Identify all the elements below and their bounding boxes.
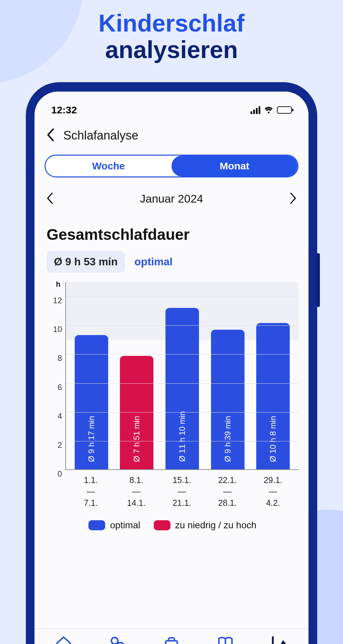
tools-icon: [162, 635, 181, 644]
y-tick: 2: [58, 440, 62, 450]
bottom-tab-bar: Home Routine Tools Wissen: [35, 629, 308, 644]
next-month-icon[interactable]: [290, 193, 296, 205]
hero-title: Kinderschlaf analysieren: [0, 0, 343, 63]
bar-label: Ø 9 h 39 min: [223, 409, 232, 469]
home-icon: [54, 635, 73, 644]
wissen-icon: [216, 635, 235, 644]
tab-home[interactable]: Home: [39, 635, 89, 644]
legend-optimal: optimal: [88, 520, 140, 531]
x-axis-labels: 1.1.—7.1.8.1.—14.1.15.1.—21.1.22.1.—28.1…: [47, 470, 298, 508]
tab-tools[interactable]: Tools: [146, 635, 197, 644]
gridline: [66, 412, 298, 413]
back-icon[interactable]: [47, 128, 55, 143]
chart-container: h 024681012 Ø 9 h 17 minØ 7 h 51 minØ 11…: [35, 282, 308, 537]
bar-label: Ø 7 h 51 min: [132, 409, 141, 469]
chart-bar[interactable]: Ø 11 h 10 min: [165, 308, 199, 469]
gridline: [66, 325, 298, 326]
gridline: [66, 441, 298, 441]
y-tick: 8: [58, 354, 62, 363]
month-navigator: Januar 2024: [35, 177, 308, 212]
y-tick: 10: [53, 325, 62, 334]
x-tick-label: 22.1.—28.1.: [211, 475, 244, 508]
status-bar: 12:32: [35, 92, 308, 118]
sleep-bar-chart: h 024681012 Ø 9 h 17 minØ 7 h 51 minØ 11…: [47, 282, 298, 470]
y-axis: h 024681012: [47, 282, 65, 470]
routine-icon: [108, 635, 127, 644]
tab-routine[interactable]: Routine: [92, 635, 143, 644]
segment-month[interactable]: Monat: [172, 156, 297, 176]
hero-line2: analysieren: [0, 37, 343, 63]
section-title: Gesamtschlafdauer: [35, 212, 308, 251]
swatch-optimal: [88, 520, 105, 530]
app-header: Schlafanalyse: [35, 118, 308, 153]
chart-legend: optimal zu niedrig / zu hoch: [47, 508, 298, 537]
cellular-icon: [251, 106, 260, 114]
chart-bar[interactable]: Ø 9 h 17 min: [75, 335, 108, 469]
x-tick-label: 29.1.—4.2.: [256, 475, 290, 508]
x-tick-label: 15.1.—21.1.: [165, 475, 199, 508]
month-label: Januar 2024: [140, 192, 203, 205]
legend-optimal-label: optimal: [110, 520, 140, 531]
chart-bar[interactable]: Ø 10 h 8 min: [256, 323, 290, 469]
swatch-bad: [154, 520, 170, 530]
chart-bar[interactable]: Ø 9 h 39 min: [211, 330, 245, 469]
gridline: [66, 297, 298, 297]
tab-tracking[interactable]: Tracking: [254, 635, 304, 644]
legend-bad: zu niedrig / zu hoch: [154, 520, 257, 531]
bar-label: Ø 9 h 17 min: [87, 409, 96, 469]
phone-frame: 12:32 Schlafanalyse Woche Monat: [26, 82, 317, 644]
screen-title: Schlafanalyse: [63, 128, 138, 143]
wifi-icon: [264, 104, 274, 116]
average-pill: Ø 9 h 53 min: [47, 251, 125, 273]
bar-label: Ø 10 h 8 min: [268, 409, 278, 469]
average-row: Ø 9 h 53 min optimal: [35, 251, 308, 282]
battery-icon: [277, 106, 292, 114]
status-time: 12:32: [51, 104, 77, 116]
y-tick: 4: [58, 412, 62, 421]
bar-label: Ø 11 h 10 min: [178, 404, 187, 469]
phone-side-button: [317, 253, 320, 307]
hero-line1: Kinderschlaf: [0, 10, 343, 37]
gridline: [66, 354, 298, 355]
chart-bar[interactable]: Ø 7 h 51 min: [120, 356, 153, 469]
legend-bad-label: zu niedrig / zu hoch: [175, 520, 257, 531]
phone-screen: 12:32 Schlafanalyse Woche Monat: [35, 92, 308, 644]
segment-week[interactable]: Woche: [46, 156, 172, 176]
tab-wissen[interactable]: Wissen: [200, 635, 251, 644]
gridline: [66, 383, 298, 384]
x-tick-label: 8.1.—14.1.: [120, 475, 153, 508]
prev-month-icon[interactable]: [47, 193, 53, 205]
period-segmented-control: Woche Monat: [45, 155, 298, 177]
y-tick: 0: [58, 469, 62, 479]
y-tick: 6: [58, 383, 62, 392]
status-icons: [251, 104, 292, 116]
x-tick-label: 1.1.—7.1.: [74, 475, 108, 508]
tracking-icon: [270, 635, 289, 644]
y-axis-unit: h: [56, 280, 60, 289]
svg-rect-2: [166, 641, 178, 644]
plot-area: Ø 9 h 17 minØ 7 h 51 minØ 11 h 10 minØ 9…: [65, 282, 298, 470]
average-status: optimal: [134, 256, 173, 268]
y-tick: 12: [53, 296, 62, 305]
